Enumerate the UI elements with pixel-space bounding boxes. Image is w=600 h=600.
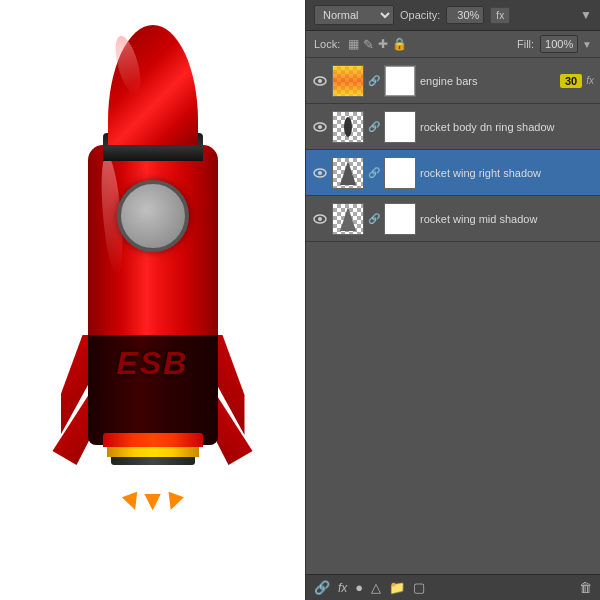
layer-name: rocket wing mid shadow <box>420 213 594 225</box>
layer-mask-thumbnail <box>384 111 416 143</box>
layer-visibility-toggle[interactable] <box>312 119 328 135</box>
layer-mask-thumbnail <box>384 157 416 189</box>
link-icon[interactable]: 🔗 <box>314 580 330 595</box>
rocket-nose <box>108 25 198 145</box>
svg-point-4 <box>344 117 352 137</box>
layer-visibility-toggle[interactable] <box>312 211 328 227</box>
lock-brush-icon[interactable]: ✎ <box>363 37 374 52</box>
svg-marker-7 <box>340 161 356 185</box>
layer-opacity-badge: 30 <box>560 74 582 88</box>
layer-thumbnail <box>332 157 364 189</box>
lock-label: Lock: <box>314 38 340 50</box>
layer-chain-icon: 🔗 <box>368 213 380 224</box>
layer-chain-icon: 🔗 <box>368 75 380 86</box>
layer-row[interactable]: 🔗 engine bars 30 fx <box>306 58 600 104</box>
panel-menu-icon[interactable]: ▼ <box>580 8 592 22</box>
fx-button[interactable]: fx <box>490 7 510 24</box>
layer-chain-icon: 🔗 <box>368 167 380 178</box>
panel-header: Normal Opacity: fx ▼ <box>306 0 600 31</box>
layer-chain-icon: 🔗 <box>368 121 380 132</box>
fx-footer-icon[interactable]: fx <box>338 581 347 595</box>
opacity-label: Opacity: <box>400 9 440 21</box>
rocket-body <box>88 145 218 365</box>
layer-fx-tag: fx <box>586 75 594 86</box>
rocket-container: ESB ▼ ▼ ▼ <box>43 25 263 585</box>
layer-row[interactable]: 🔗 rocket wing right shadow <box>306 150 600 196</box>
layer-name: rocket wing right shadow <box>420 167 594 179</box>
lock-pixel-icon[interactable]: ▦ <box>348 37 359 51</box>
lock-row: Lock: ▦ ✎ ✚ 🔒 Fill: ▼ <box>306 31 600 58</box>
opacity-input[interactable] <box>446 6 484 24</box>
lock-all-icon[interactable]: 🔒 <box>392 37 407 51</box>
svg-point-6 <box>318 171 322 175</box>
rocket-flame: ▼ ▼ ▼ <box>113 465 193 515</box>
layers-panel: Normal Opacity: fx ▼ Lock: ▦ ✎ ✚ 🔒 Fill:… <box>305 0 600 600</box>
engine-nozzle <box>103 433 203 463</box>
svg-point-3 <box>318 125 322 129</box>
layers-list: 🔗 engine bars 30 fx 🔗 rocket bo <box>306 58 600 574</box>
layer-thumbnail <box>332 203 364 235</box>
layer-mask-thumbnail <box>384 65 416 97</box>
mask-icon[interactable]: ● <box>355 580 363 595</box>
layer-row[interactable]: 🔗 rocket body dn ring shadow <box>306 104 600 150</box>
layer-visibility-toggle[interactable] <box>312 73 328 89</box>
rocket-illustration: ESB ▼ ▼ ▼ <box>0 0 305 600</box>
lock-move-icon[interactable]: ✚ <box>378 37 388 51</box>
blend-mode-select[interactable]: Normal <box>314 5 394 25</box>
svg-point-1 <box>318 79 322 83</box>
folder-icon[interactable]: 📁 <box>389 580 405 595</box>
fill-input[interactable] <box>540 35 578 53</box>
layer-name: engine bars <box>420 75 556 87</box>
layer-thumbnail <box>332 65 364 97</box>
rocket-label: ESB <box>117 345 189 382</box>
rocket-porthole <box>117 180 189 252</box>
panel-footer: 🔗 fx ● △ 📁 ▢ 🗑 <box>306 574 600 600</box>
trash-icon[interactable]: 🗑 <box>579 580 592 595</box>
fill-arrow-icon[interactable]: ▼ <box>582 39 592 50</box>
adjustment-icon[interactable]: △ <box>371 580 381 595</box>
layer-name: rocket body dn ring shadow <box>420 121 594 133</box>
layer-row[interactable]: 🔗 rocket wing mid shadow <box>306 196 600 242</box>
svg-point-9 <box>318 217 322 221</box>
svg-marker-10 <box>340 207 356 231</box>
layer-mask-thumbnail <box>384 203 416 235</box>
layer-visibility-toggle[interactable] <box>312 165 328 181</box>
new-layer-icon[interactable]: ▢ <box>413 580 425 595</box>
layer-thumbnail <box>332 111 364 143</box>
fill-label: Fill: <box>517 38 534 50</box>
